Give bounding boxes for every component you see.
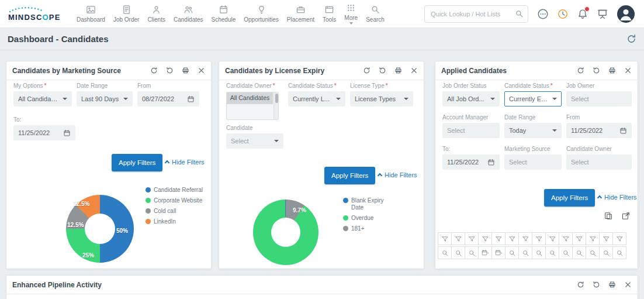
job-order-status-select[interactable]: All Job Ord... xyxy=(442,91,500,106)
history-icon[interactable] xyxy=(557,8,569,20)
calendar-icon[interactable] xyxy=(487,159,495,166)
nav-clients[interactable]: Clients xyxy=(143,0,169,28)
close-icon[interactable] xyxy=(410,67,418,74)
column-funnel-icon[interactable] xyxy=(518,232,532,245)
column-funnel-icon[interactable] xyxy=(586,232,600,245)
column-funnel-icon[interactable] xyxy=(491,232,505,245)
legend-item[interactable]: Corporate Website xyxy=(146,197,206,204)
column-search-icon[interactable] xyxy=(518,246,532,259)
export-excel-icon[interactable] xyxy=(621,211,631,221)
nav-job-order[interactable]: Job Order xyxy=(109,0,143,28)
from-date-input[interactable]: 11/25/2022 xyxy=(566,123,632,138)
legend-item[interactable]: Overdue xyxy=(343,215,404,222)
scrollbar-thumb[interactable] xyxy=(275,94,278,103)
reset-icon[interactable] xyxy=(379,67,386,74)
hide-filters-link[interactable]: Hide Filters xyxy=(165,159,205,166)
reset-icon[interactable] xyxy=(593,67,600,74)
nav-tools[interactable]: Tools xyxy=(318,0,340,28)
license-type-select[interactable]: License Types xyxy=(350,91,413,106)
to-date-input[interactable]: 11/25/2022 xyxy=(13,125,75,140)
column-funnel-icon[interactable] xyxy=(559,232,573,245)
legend-item[interactable]: LinkedIn xyxy=(146,218,206,225)
candidate-select[interactable]: Select xyxy=(226,133,283,149)
refresh-icon[interactable] xyxy=(363,67,371,74)
calendar-icon[interactable] xyxy=(187,95,195,103)
hide-filters-link[interactable]: Hide Filters xyxy=(378,171,417,178)
nav-candidates[interactable]: Candidates xyxy=(169,0,207,28)
print-icon[interactable] xyxy=(394,67,402,74)
nav-schedule[interactable]: Schedule xyxy=(207,0,240,28)
nav-dashboard[interactable]: Dashboard xyxy=(72,0,109,28)
candidate-status-select[interactable]: Currently L... xyxy=(288,91,345,106)
nav-search[interactable]: Search xyxy=(362,0,389,28)
apply-filters-button[interactable]: Apply Filters xyxy=(324,167,375,184)
job-owner-input[interactable]: Select xyxy=(566,91,632,106)
notifications-bell-icon[interactable] xyxy=(577,8,588,20)
apply-filters-button[interactable]: Apply Filters xyxy=(544,189,595,207)
column-funnel-icon[interactable] xyxy=(532,232,546,245)
date-range-select[interactable]: Last 90 Days xyxy=(77,91,133,106)
column-funnel-icon[interactable] xyxy=(478,232,492,245)
copy-grid-icon[interactable] xyxy=(604,211,613,221)
column-funnel-icon[interactable] xyxy=(465,232,479,245)
marketing-source-input[interactable]: Select xyxy=(504,154,562,170)
column-search-icon[interactable] xyxy=(545,246,559,259)
legend-item[interactable]: Blank Expiry Date xyxy=(343,197,404,211)
candidate-owner-listbox[interactable]: All Candidates xyxy=(226,92,279,120)
reset-icon[interactable] xyxy=(166,67,174,74)
column-search-icon[interactable] xyxy=(586,246,600,259)
candidate-status-select[interactable]: Currently Emp xyxy=(504,91,562,106)
refresh-icon[interactable] xyxy=(150,67,158,74)
column-search-icon[interactable] xyxy=(612,246,626,259)
reset-icon[interactable] xyxy=(593,281,600,288)
column-funnel-icon[interactable] xyxy=(599,232,613,245)
column-search-icon[interactable] xyxy=(532,246,546,259)
column-funnel-icon[interactable] xyxy=(545,232,559,245)
calendar-icon[interactable] xyxy=(63,129,71,137)
print-icon[interactable] xyxy=(608,67,616,74)
column-funnel-icon[interactable] xyxy=(438,232,452,245)
column-calendar-icon[interactable] xyxy=(478,246,492,259)
my-options-select[interactable]: All Candidates xyxy=(13,91,72,106)
column-funnel-icon[interactable] xyxy=(505,232,519,245)
column-funnel-icon[interactable] xyxy=(612,232,626,245)
more-options-icon[interactable] xyxy=(537,8,549,20)
list-item-selected[interactable]: All Candidates xyxy=(227,92,273,104)
nav-more[interactable]: More xyxy=(340,0,362,28)
apply-filters-button[interactable]: Apply Filters xyxy=(112,154,162,171)
print-icon[interactable] xyxy=(608,281,616,288)
calendar-icon[interactable] xyxy=(619,127,627,135)
column-search-icon[interactable] xyxy=(599,246,613,259)
legend-item[interactable]: Candidate Referral xyxy=(146,187,206,194)
date-range-select[interactable]: Today xyxy=(504,123,562,138)
column-funnel-icon[interactable] xyxy=(451,232,465,245)
legend-item[interactable]: Cold call xyxy=(146,208,206,215)
close-icon[interactable] xyxy=(624,281,632,288)
close-icon[interactable] xyxy=(624,67,632,74)
refresh-icon[interactable] xyxy=(577,67,584,74)
close-icon[interactable] xyxy=(198,67,205,74)
listbox-scrollbar[interactable] xyxy=(273,92,278,119)
column-search-icon[interactable] xyxy=(505,246,519,259)
column-search-icon[interactable] xyxy=(572,246,586,259)
nav-placement[interactable]: Placement xyxy=(283,0,318,28)
column-search-icon[interactable] xyxy=(438,246,452,259)
refresh-icon[interactable] xyxy=(577,281,584,288)
candidate-owner-input[interactable]: Select xyxy=(566,154,632,170)
mindscope-logo[interactable]: MINDSCOPE xyxy=(8,6,70,22)
quick-lookup-input[interactable] xyxy=(424,5,528,23)
legend-item[interactable]: 181+ xyxy=(343,225,404,232)
from-date-input[interactable]: 08/27/2022 xyxy=(137,91,199,106)
hide-filters-link[interactable]: Hide Filters xyxy=(598,194,637,201)
to-date-input[interactable]: 11/25/2022 xyxy=(442,154,500,170)
column-search-icon[interactable] xyxy=(465,246,479,259)
user-avatar[interactable] xyxy=(617,5,635,23)
page-refresh-icon[interactable] xyxy=(626,34,636,44)
search-icon[interactable] xyxy=(515,9,524,18)
print-icon[interactable] xyxy=(182,67,189,74)
column-calendar-icon[interactable] xyxy=(491,246,505,259)
column-search-icon[interactable] xyxy=(451,246,465,259)
nav-opportunities[interactable]: Opportunities xyxy=(240,0,282,28)
column-search-icon[interactable] xyxy=(559,246,573,259)
presentation-icon[interactable] xyxy=(597,8,608,20)
